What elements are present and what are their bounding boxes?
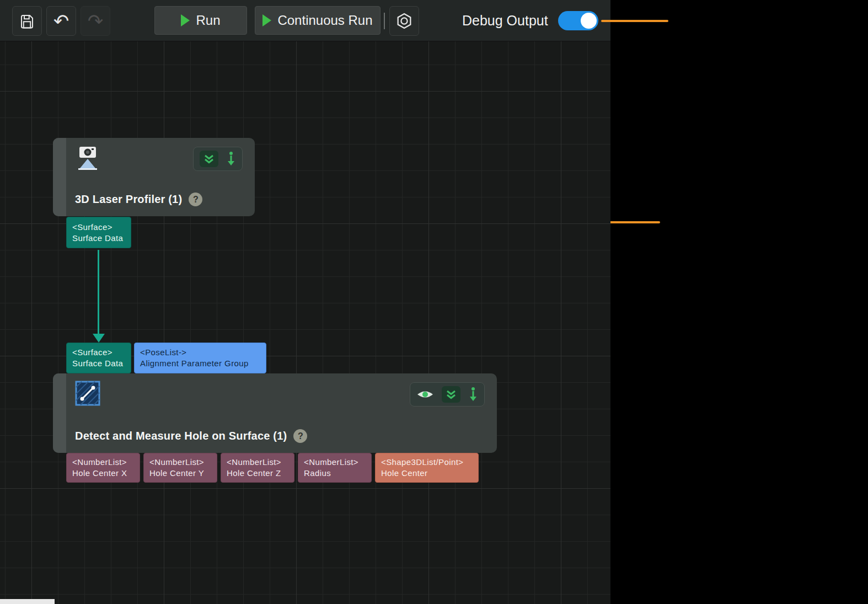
port-type: <PoseList-> bbox=[140, 347, 260, 358]
port-name: Radius bbox=[304, 468, 366, 479]
settings-hexagon-icon bbox=[395, 12, 413, 30]
node-3d-laser-profiler[interactable]: 3D Laser Profiler (1) ? bbox=[53, 138, 255, 216]
port-type: <NumberList> bbox=[304, 457, 366, 468]
laser-profiler-camera-icon bbox=[75, 145, 100, 175]
redo-icon: ↷ bbox=[88, 10, 104, 32]
run-button-label: Run bbox=[196, 13, 220, 28]
continuous-run-button[interactable]: Continuous Run bbox=[255, 6, 381, 35]
debug-output-label: Debug Output bbox=[462, 13, 548, 29]
save-button[interactable] bbox=[12, 6, 42, 36]
output-port-hole-center-y[interactable]: <NumberList> Hole Center Y bbox=[143, 453, 217, 483]
port-name: Surface Data bbox=[72, 233, 125, 244]
continuous-run-button-label: Continuous Run bbox=[277, 13, 372, 28]
toolbar-separator bbox=[384, 13, 385, 29]
node-title: 3D Laser Profiler (1) bbox=[75, 193, 182, 206]
connection-arrowhead bbox=[93, 334, 105, 343]
input-port-alignment-parameter-group[interactable]: <PoseList-> Alignment Parameter Group bbox=[134, 343, 266, 373]
undo-button[interactable]: ↶ bbox=[46, 6, 76, 36]
output-port-surface-data[interactable]: <Surface> Surface Data bbox=[66, 217, 131, 248]
port-name: Hole Center bbox=[381, 468, 473, 479]
output-download-icon[interactable] bbox=[468, 387, 478, 402]
measure-hole-icon bbox=[75, 381, 100, 408]
debug-output-toggle[interactable] bbox=[558, 11, 598, 30]
app-window: ↶ ↷ Run Continuous Run Debug Output bbox=[0, 0, 868, 604]
play-icon bbox=[181, 14, 190, 26]
port-name: Alignment Parameter Group bbox=[140, 358, 260, 369]
toggle-knob bbox=[581, 13, 597, 29]
node-title: Detect and Measure Hole on Surface (1) bbox=[75, 430, 287, 442]
port-type: <Surface> bbox=[72, 222, 125, 233]
settings-button[interactable] bbox=[389, 6, 419, 36]
output-port-hole-center-z[interactable]: <NumberList> Hole Center Z bbox=[221, 453, 294, 483]
port-name: Hole Center Z bbox=[227, 468, 288, 479]
output-port-hole-center-x[interactable]: <NumberList> Hole Center X bbox=[66, 453, 140, 483]
input-port-surface-data[interactable]: <Surface> Surface Data bbox=[66, 343, 131, 373]
port-type: <Shape3DList/Point> bbox=[381, 457, 473, 468]
node-actions bbox=[410, 382, 485, 407]
port-name: Surface Data bbox=[72, 358, 125, 369]
port-type: <NumberList> bbox=[227, 457, 288, 468]
collapse-chevron-icon[interactable] bbox=[200, 151, 218, 167]
run-button[interactable]: Run bbox=[154, 6, 247, 35]
collapse-chevron-icon[interactable] bbox=[442, 386, 460, 403]
toolbar: ↶ ↷ Run Continuous Run Debug Output bbox=[0, 0, 610, 41]
annotation-line-top bbox=[601, 20, 668, 22]
port-type: <NumberList> bbox=[149, 457, 211, 468]
horizontal-scrollbar[interactable] bbox=[0, 599, 55, 604]
connection-line[interactable] bbox=[98, 250, 99, 335]
port-type: <Surface> bbox=[72, 347, 125, 358]
play-icon bbox=[262, 14, 271, 26]
output-port-radius[interactable]: <NumberList> Radius bbox=[298, 453, 372, 483]
port-name: Hole Center X bbox=[72, 468, 134, 479]
node-detect-measure-hole[interactable]: Detect and Measure Hole on Surface (1) ? bbox=[53, 373, 497, 453]
save-icon bbox=[19, 13, 35, 29]
port-name: Hole Center Y bbox=[149, 468, 211, 479]
node-graph-canvas[interactable]: 3D Laser Profiler (1) ? <Surface> Surfac… bbox=[0, 41, 610, 604]
redo-button[interactable]: ↷ bbox=[81, 6, 110, 36]
help-button[interactable]: ? bbox=[189, 193, 202, 206]
visibility-eye-icon[interactable] bbox=[416, 387, 434, 402]
undo-icon: ↶ bbox=[53, 10, 69, 32]
help-button[interactable]: ? bbox=[293, 429, 307, 443]
output-download-icon[interactable] bbox=[226, 151, 236, 167]
node-actions bbox=[193, 147, 243, 171]
port-type: <NumberList> bbox=[72, 457, 134, 468]
output-port-hole-center[interactable]: <Shape3DList/Point> Hole Center bbox=[375, 453, 479, 483]
